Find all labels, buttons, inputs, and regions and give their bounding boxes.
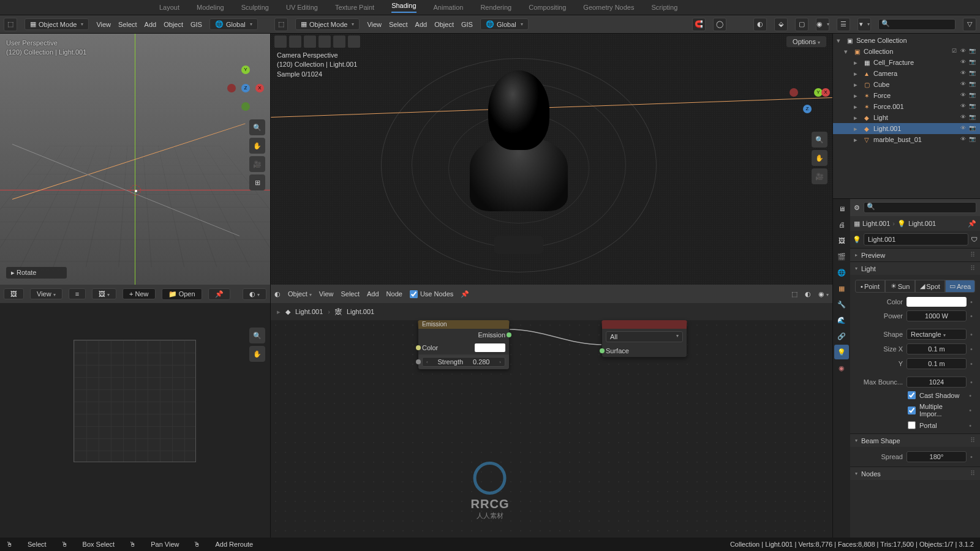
sizey-field[interactable]: 0.1 m — [907, 358, 967, 369]
eye-icon[interactable]: 👁 — [960, 92, 968, 99]
eye-icon[interactable]: 👁 — [960, 81, 968, 88]
outliner-collection[interactable]: ▾▣Collection☑👁📷 — [833, 46, 980, 57]
menu-select[interactable]: Select — [118, 21, 137, 28]
tab-constraints-icon[interactable]: 🔗 — [834, 329, 849, 343]
gizmo-neg-x-icon[interactable] — [790, 88, 798, 97]
menu-select[interactable]: Select — [389, 21, 408, 28]
tab-output-icon[interactable]: 🖨 — [834, 217, 849, 232]
outliner-search[interactable]: 🔍 — [878, 19, 956, 30]
mis-checkbox[interactable] — [908, 407, 916, 414]
outliner-item-light-001[interactable]: ▸◆Light.001👁📷 — [833, 123, 980, 134]
increment-icon[interactable]: › — [499, 359, 501, 365]
select-lasso-icon[interactable] — [318, 36, 331, 48]
outliner-item-camera[interactable]: ▸▲Camera👁📷 — [833, 68, 980, 79]
ws-scripting[interactable]: Scripting — [651, 4, 677, 11]
nav-gizmo[interactable]: Y X Z — [790, 80, 826, 117]
type-point-button[interactable]: •Point — [855, 280, 885, 293]
eye-icon[interactable]: 👁 — [960, 59, 968, 66]
gizmo-neg-x-icon[interactable] — [227, 84, 236, 92]
editor-type-icon[interactable]: ⬚ — [4, 18, 17, 31]
properties-search[interactable]: 🔍 — [864, 202, 976, 213]
use-nodes-checkbox[interactable]: Use Nodes — [410, 290, 453, 298]
xray-icon[interactable]: ▢ — [795, 18, 809, 31]
drag-icon[interactable]: ⠿ — [970, 251, 975, 259]
socket-surface-in[interactable] — [600, 348, 605, 353]
pan-icon[interactable]: ✋ — [812, 150, 827, 166]
tab-scene-icon[interactable]: 🎬 — [834, 249, 849, 264]
cast-shadow-checkbox[interactable] — [908, 391, 916, 399]
socket-emission-out[interactable] — [507, 332, 511, 337]
tab-data-light-icon[interactable]: 💡 — [834, 345, 849, 359]
editor-type-icon[interactable]: 🖼 — [4, 288, 24, 299]
outliner-item-cube[interactable]: ▸▢Cube👁📷 — [833, 79, 980, 90]
render-icon[interactable]: 📷 — [969, 81, 976, 88]
render-icon[interactable]: 📷 — [969, 103, 976, 110]
tab-material-icon[interactable]: ◉ — [834, 361, 849, 375]
new-image-button[interactable]: + New — [123, 288, 156, 299]
emission-node[interactable]: Emission Emission Color ‹ St — [418, 320, 510, 370]
menu-select[interactable]: Select — [341, 290, 360, 298]
menu-add[interactable]: Add — [415, 21, 428, 28]
tweak-icon[interactable] — [333, 36, 345, 48]
menu-view[interactable]: View — [367, 21, 382, 28]
menu-object[interactable]: Object — [434, 21, 454, 28]
section-beam-header[interactable]: ▾Beam Shape⠿ — [850, 434, 980, 447]
ws-animation[interactable]: Animation — [434, 4, 464, 11]
pin-icon[interactable]: 📌 — [208, 288, 230, 300]
spread-field[interactable]: 180° — [907, 451, 967, 462]
gizmo-z-icon[interactable]: Z — [803, 105, 812, 113]
crumb-object[interactable]: Light.001 — [295, 308, 323, 315]
editor-type-icon[interactable]: ⬚ — [274, 18, 288, 31]
snap-icon[interactable]: ⬚ — [791, 290, 797, 298]
shading-mode-icon[interactable]: ◉ — [816, 18, 829, 31]
ws-sculpting[interactable]: Sculpting — [241, 4, 269, 11]
image-canvas[interactable]: 🔍 ✋ — [0, 303, 270, 538]
render-icon[interactable]: 📷 — [969, 125, 976, 132]
power-field[interactable]: 1000 W — [907, 310, 967, 321]
eye-icon[interactable]: 👁 — [960, 114, 968, 121]
shading-icon[interactable]: ◉ — [818, 290, 829, 298]
ws-rendering[interactable]: Rendering — [480, 4, 511, 11]
editor-type-icon[interactable]: ☰ — [837, 18, 850, 31]
socket-strength-in[interactable] — [416, 359, 421, 364]
crumb-nodetree[interactable]: Light.001 — [347, 308, 374, 315]
render-icon[interactable]: 📷 — [969, 92, 976, 99]
gizmo-z-icon[interactable]: Z — [241, 84, 250, 92]
outliner-item-marble-bust-01[interactable]: ▸▽marble_bust_01👁📷 — [833, 134, 980, 145]
viewport-3d-user[interactable]: User Perspective (120) Collection | Ligh… — [0, 34, 270, 285]
perspective-toggle-icon[interactable]: ⊞ — [249, 174, 265, 190]
camera-view-icon[interactable]: 🎥 — [812, 168, 827, 184]
render-icon[interactable]: 📷 — [969, 59, 976, 66]
fake-user-icon[interactable]: 🛡 — [971, 236, 978, 243]
section-light-header[interactable]: ▾Light⠿ — [850, 262, 980, 275]
ws-compositing[interactable]: Compositing — [529, 4, 566, 11]
eye-icon[interactable]: 👁 — [960, 70, 968, 77]
eye-icon[interactable]: 👁 — [960, 136, 968, 143]
render-icon[interactable]: 📷 — [969, 114, 976, 121]
ws-layout[interactable]: Layout — [159, 4, 179, 11]
pan-icon[interactable]: ✋ — [249, 138, 265, 154]
shape-dropdown[interactable]: Rectangle — [907, 329, 967, 340]
tab-object-icon[interactable]: ▦ — [834, 281, 849, 296]
outliner-item-force-001[interactable]: ▸✶Force.001👁📷 — [833, 101, 980, 112]
type-sun-button[interactable]: ☀Sun — [885, 280, 915, 293]
eye-icon[interactable]: 👁 — [960, 103, 968, 110]
drag-icon[interactable]: ⠿ — [970, 470, 975, 478]
light-color-swatch[interactable] — [907, 297, 967, 307]
outliner-item-cell-fracture[interactable]: ▸▦Cell_Fracture👁📷 — [833, 57, 980, 68]
menu-add[interactable]: Add — [367, 290, 379, 298]
shader-type-selector[interactable]: Object — [288, 290, 312, 298]
display-channels-icon[interactable]: ◐ — [243, 288, 266, 300]
drag-icon[interactable]: ⠿ — [970, 264, 975, 272]
mode-selector[interactable]: ▦Object Mode — [24, 18, 89, 30]
tab-viewlayer-icon[interactable]: 🖼 — [834, 233, 849, 248]
ws-geonodes[interactable]: Geometry Nodes — [583, 4, 634, 11]
menu-gis[interactable]: GIS — [190, 21, 202, 28]
node-canvas[interactable]: Emission Emission Color ‹ St — [271, 320, 832, 538]
type-spot-button[interactable]: ◢Spot — [915, 280, 945, 293]
outliner-scene-collection[interactable]: ▾▣Scene Collection — [833, 35, 980, 46]
ws-shading[interactable]: Shading — [391, 2, 416, 13]
ws-modeling[interactable]: Modeling — [197, 4, 224, 11]
eye-icon[interactable]: 👁 — [960, 48, 968, 55]
exclude-checkbox[interactable]: ☑ — [952, 48, 959, 55]
